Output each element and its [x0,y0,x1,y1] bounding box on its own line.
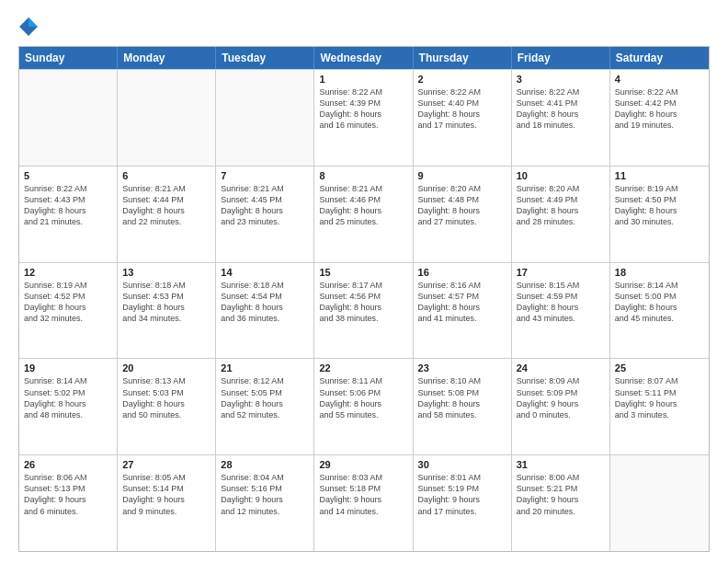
day-number: 1 [319,74,407,85]
day-number: 26 [24,459,112,470]
calendar-day-8: 8Sunrise: 8:21 AM Sunset: 4:46 PM Daylig… [314,167,413,262]
calendar: SundayMondayTuesdayWednesdayThursdayFrid… [18,46,710,552]
day-number: 17 [517,267,605,278]
day-info: Sunrise: 8:20 AM Sunset: 4:48 PM Dayligh… [418,183,506,228]
day-number: 5 [24,170,112,181]
day-info: Sunrise: 8:12 AM Sunset: 5:05 PM Dayligh… [221,375,309,420]
calendar-day-25: 25Sunrise: 8:07 AM Sunset: 5:11 PM Dayli… [610,359,709,454]
day-number: 12 [24,267,112,278]
calendar-day-22: 22Sunrise: 8:11 AM Sunset: 5:06 PM Dayli… [314,359,413,454]
calendar-day-2: 2Sunrise: 8:22 AM Sunset: 4:40 PM Daylig… [414,70,512,166]
calendar-day-17: 17Sunrise: 8:15 AM Sunset: 4:59 PM Dayli… [512,263,610,359]
calendar-day-31: 31Sunrise: 8:00 AM Sunset: 5:21 PM Dayli… [512,455,610,551]
day-info: Sunrise: 8:00 AM Sunset: 5:21 PM Dayligh… [517,472,605,517]
day-info: Sunrise: 8:20 AM Sunset: 4:49 PM Dayligh… [517,183,605,228]
calendar-day-6: 6Sunrise: 8:21 AM Sunset: 4:44 PM Daylig… [118,167,216,262]
calendar-day-13: 13Sunrise: 8:18 AM Sunset: 4:53 PM Dayli… [118,263,216,359]
calendar-empty-cell [19,70,118,166]
day-number: 3 [517,74,605,85]
calendar-week-5: 26Sunrise: 8:06 AM Sunset: 5:13 PM Dayli… [19,454,709,551]
calendar-day-4: 4Sunrise: 8:22 AM Sunset: 4:42 PM Daylig… [610,70,709,166]
weekday-header-wednesday: Wednesday [314,47,413,69]
calendar-day-16: 16Sunrise: 8:16 AM Sunset: 4:57 PM Dayli… [414,263,512,359]
day-info: Sunrise: 8:19 AM Sunset: 4:52 PM Dayligh… [24,280,112,325]
day-info: Sunrise: 8:22 AM Sunset: 4:40 PM Dayligh… [418,86,506,132]
day-info: Sunrise: 8:22 AM Sunset: 4:42 PM Dayligh… [615,86,704,132]
day-number: 16 [418,267,506,278]
calendar-week-1: 1Sunrise: 8:22 AM Sunset: 4:39 PM Daylig… [19,69,709,166]
day-number: 21 [221,362,309,373]
day-info: Sunrise: 8:16 AM Sunset: 4:57 PM Dayligh… [418,280,506,325]
day-number: 13 [122,267,210,278]
day-number: 6 [122,170,210,181]
day-info: Sunrise: 8:14 AM Sunset: 5:02 PM Dayligh… [24,375,112,420]
day-info: Sunrise: 8:11 AM Sunset: 5:06 PM Dayligh… [319,375,407,420]
weekday-header-sunday: Sunday [19,47,118,69]
logo [18,17,42,37]
calendar-week-3: 12Sunrise: 8:19 AM Sunset: 4:52 PM Dayli… [19,262,709,359]
calendar-week-2: 5Sunrise: 8:22 AM Sunset: 4:43 PM Daylig… [19,166,709,262]
day-number: 19 [24,362,112,373]
header [18,17,710,37]
day-number: 15 [319,267,407,278]
calendar-day-5: 5Sunrise: 8:22 AM Sunset: 4:43 PM Daylig… [19,167,118,262]
calendar-week-4: 19Sunrise: 8:14 AM Sunset: 5:02 PM Dayli… [19,358,709,454]
day-info: Sunrise: 8:14 AM Sunset: 5:00 PM Dayligh… [615,280,704,325]
day-number: 8 [319,170,407,181]
day-number: 25 [615,362,704,373]
day-info: Sunrise: 8:21 AM Sunset: 4:45 PM Dayligh… [221,183,309,228]
calendar-day-28: 28Sunrise: 8:04 AM Sunset: 5:16 PM Dayli… [216,455,314,551]
calendar-day-12: 12Sunrise: 8:19 AM Sunset: 4:52 PM Dayli… [19,263,118,359]
day-number: 23 [418,362,506,373]
calendar-body: 1Sunrise: 8:22 AM Sunset: 4:39 PM Daylig… [19,69,709,551]
calendar-day-7: 7Sunrise: 8:21 AM Sunset: 4:45 PM Daylig… [216,167,314,262]
calendar-day-19: 19Sunrise: 8:14 AM Sunset: 5:02 PM Dayli… [19,359,118,454]
calendar-day-11: 11Sunrise: 8:19 AM Sunset: 4:50 PM Dayli… [610,167,709,262]
day-number: 18 [615,267,704,278]
calendar-day-21: 21Sunrise: 8:12 AM Sunset: 5:05 PM Dayli… [216,359,314,454]
day-number: 28 [221,459,309,470]
day-info: Sunrise: 8:22 AM Sunset: 4:43 PM Dayligh… [24,183,112,228]
weekday-header-monday: Monday [118,47,216,69]
calendar-day-14: 14Sunrise: 8:18 AM Sunset: 4:54 PM Dayli… [216,263,314,359]
day-number: 10 [517,170,605,181]
weekday-header-tuesday: Tuesday [216,47,314,69]
day-number: 9 [418,170,506,181]
day-number: 20 [122,362,210,373]
day-info: Sunrise: 8:09 AM Sunset: 5:09 PM Dayligh… [517,375,605,420]
day-number: 4 [615,74,704,85]
calendar-empty-cell [118,70,216,166]
svg-marker-1 [28,17,38,27]
day-number: 7 [221,170,309,181]
calendar-day-9: 9Sunrise: 8:20 AM Sunset: 4:48 PM Daylig… [414,167,512,262]
day-number: 24 [517,362,605,373]
logo-icon [18,17,39,37]
day-info: Sunrise: 8:18 AM Sunset: 4:53 PM Dayligh… [122,280,210,325]
day-number: 22 [319,362,407,373]
day-number: 11 [615,170,704,181]
day-info: Sunrise: 8:05 AM Sunset: 5:14 PM Dayligh… [122,472,210,517]
day-info: Sunrise: 8:13 AM Sunset: 5:03 PM Dayligh… [122,375,210,420]
day-number: 14 [221,267,309,278]
day-number: 30 [418,459,506,470]
day-number: 27 [122,459,210,470]
calendar-day-10: 10Sunrise: 8:20 AM Sunset: 4:49 PM Dayli… [512,167,610,262]
day-info: Sunrise: 8:07 AM Sunset: 5:11 PM Dayligh… [615,375,704,420]
calendar-day-3: 3Sunrise: 8:22 AM Sunset: 4:41 PM Daylig… [512,70,610,166]
day-info: Sunrise: 8:22 AM Sunset: 4:41 PM Dayligh… [517,86,605,132]
day-info: Sunrise: 8:17 AM Sunset: 4:56 PM Dayligh… [319,280,407,325]
calendar-empty-cell [610,455,709,551]
day-info: Sunrise: 8:04 AM Sunset: 5:16 PM Dayligh… [221,472,309,517]
day-info: Sunrise: 8:21 AM Sunset: 4:44 PM Dayligh… [122,183,210,228]
calendar-day-1: 1Sunrise: 8:22 AM Sunset: 4:39 PM Daylig… [314,70,413,166]
day-info: Sunrise: 8:06 AM Sunset: 5:13 PM Dayligh… [24,472,112,517]
weekday-header-friday: Friday [512,47,610,69]
day-info: Sunrise: 8:22 AM Sunset: 4:39 PM Dayligh… [319,86,407,132]
page: SundayMondayTuesdayWednesdayThursdayFrid… [0,0,728,563]
weekday-header-saturday: Saturday [610,47,709,69]
calendar-day-18: 18Sunrise: 8:14 AM Sunset: 5:00 PM Dayli… [610,263,709,359]
calendar-day-30: 30Sunrise: 8:01 AM Sunset: 5:19 PM Dayli… [414,455,512,551]
day-info: Sunrise: 8:18 AM Sunset: 4:54 PM Dayligh… [221,280,309,325]
calendar-header: SundayMondayTuesdayWednesdayThursdayFrid… [19,47,709,69]
day-info: Sunrise: 8:03 AM Sunset: 5:18 PM Dayligh… [319,472,407,517]
